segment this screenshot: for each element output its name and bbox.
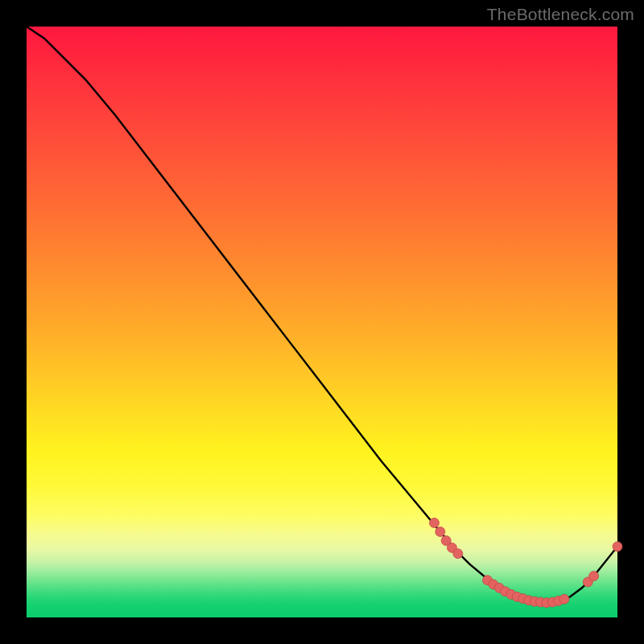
bottleneck-curve [27,27,617,603]
curve-marker [589,572,599,581]
chart-frame: TheBottleneck.com [0,0,644,644]
curve-svg [27,27,617,617]
curve-marker [559,594,569,604]
curve-marker [429,518,439,528]
watermark-text: TheBottleneck.com [487,5,634,24]
curve-marker [613,542,622,551]
curve-marker [453,549,463,559]
curve-markers [429,518,622,608]
plot-area [27,27,617,617]
curve-marker [436,527,445,537]
